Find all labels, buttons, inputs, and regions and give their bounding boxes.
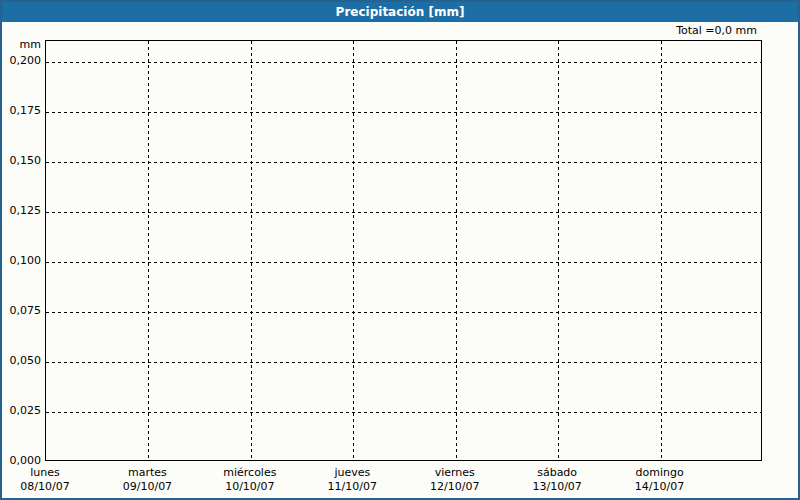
y-tick-label: 0,175 [2, 104, 41, 118]
x-tick-day: viernes [430, 466, 479, 480]
y-tick-label: 0,200 [2, 54, 41, 68]
y-gridline [46, 112, 761, 113]
x-tick-day: miércoles [223, 466, 276, 480]
y-tick-label: 0,150 [2, 154, 41, 168]
x-tick-day: lunes [20, 466, 69, 480]
x-gridline [456, 41, 457, 460]
y-tick-label: 0,050 [2, 354, 41, 368]
y-gridline [46, 212, 761, 213]
y-tick-label: 0,125 [2, 204, 41, 218]
x-tick-label: miércoles10/10/07 [223, 466, 276, 494]
y-tick-label: 0,100 [2, 254, 41, 268]
x-tick-label: domingo14/10/07 [635, 466, 684, 494]
y-tick-label: 0,025 [2, 404, 41, 418]
y-gridline [46, 262, 761, 263]
x-tick-date: 09/10/07 [123, 480, 172, 494]
x-gridline [558, 41, 559, 460]
x-tick-day: domingo [635, 466, 684, 480]
x-tick-day: martes [123, 466, 172, 480]
y-gridline [46, 412, 761, 413]
x-tick-label: jueves11/10/07 [328, 466, 377, 494]
x-gridline [251, 41, 252, 460]
x-tick-date: 14/10/07 [635, 480, 684, 494]
y-gridline [46, 62, 761, 63]
x-gridline [353, 41, 354, 460]
x-gridline [148, 41, 149, 460]
total-label: Total =0,0 mm [676, 24, 757, 37]
x-tick-day: sábado [532, 466, 581, 480]
y-gridline [46, 312, 761, 313]
x-tick-date: 10/10/07 [223, 480, 276, 494]
chart-window: Precipitación [mm] Total =0,0 mm mm 0,20… [0, 0, 800, 500]
x-tick-label: sábado13/10/07 [532, 466, 581, 494]
y-gridline [46, 162, 761, 163]
x-tick-label: lunes08/10/07 [20, 466, 69, 494]
y-axis-unit-label: mm [2, 38, 41, 51]
x-tick-date: 12/10/07 [430, 480, 479, 494]
x-gridline [661, 41, 662, 460]
y-gridline [46, 362, 761, 363]
x-tick-label: martes09/10/07 [123, 466, 172, 494]
x-tick-date: 13/10/07 [532, 480, 581, 494]
chart-title-bar: Precipitación [mm] [2, 2, 798, 22]
x-tick-label: viernes12/10/07 [430, 466, 479, 494]
y-tick-label: 0,075 [2, 304, 41, 318]
x-tick-date: 11/10/07 [328, 480, 377, 494]
plot-area [45, 40, 762, 461]
x-tick-date: 08/10/07 [20, 480, 69, 494]
x-tick-day: jueves [328, 466, 377, 480]
chart-title: Precipitación [mm] [336, 5, 465, 19]
